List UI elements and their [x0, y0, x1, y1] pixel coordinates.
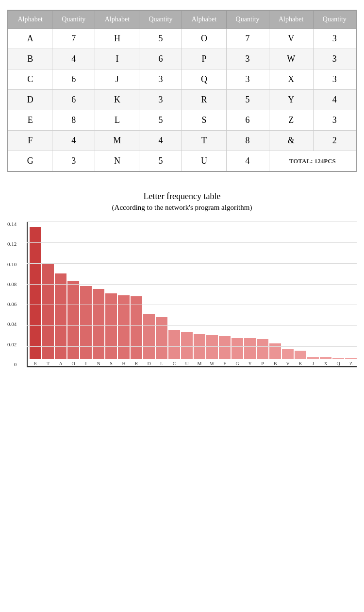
bar-group: L	[156, 317, 167, 366]
table-cell: 3	[313, 49, 356, 69]
table-header-cell: Alphabet	[182, 10, 226, 29]
bar-group: Y	[244, 338, 256, 366]
bar-group: A	[55, 273, 66, 366]
bar	[282, 349, 294, 359]
bar	[194, 334, 205, 359]
y-axis-label: 0.04	[7, 322, 17, 327]
bar-x-label: M	[198, 361, 202, 366]
table-cell: 3	[313, 29, 356, 49]
y-axis-label: 0.08	[7, 282, 17, 287]
bar-group: O	[67, 281, 79, 366]
bar-x-label: W	[210, 361, 214, 366]
bar-group: Z	[345, 358, 357, 366]
table-cell: 6	[139, 49, 182, 69]
table-cell: 5	[139, 29, 182, 49]
bar-x-label: Q	[336, 361, 340, 366]
chart-section: Letter frequency table (According to the…	[7, 191, 357, 367]
table-cell: 4	[52, 131, 95, 151]
table-cell: &	[269, 131, 313, 151]
table-cell: 8	[52, 110, 95, 131]
bar-x-label: P	[261, 361, 264, 366]
data-table: AlphabetQuantityAlphabetQuantityAlphabet…	[7, 10, 357, 172]
bar	[42, 264, 54, 359]
bar	[295, 351, 306, 359]
y-axis-label: 0.02	[7, 342, 17, 347]
table-row: D6K3R5Y4	[8, 90, 356, 110]
bar-group: W	[206, 335, 218, 366]
table-header-cell: Quantity	[313, 10, 356, 29]
bar-group: C	[168, 330, 180, 366]
bar-group: H	[118, 295, 130, 366]
bar-x-label: N	[97, 361, 100, 366]
bar-group: K	[295, 351, 306, 366]
table-cell: N	[95, 151, 139, 172]
table-cell: 4	[139, 131, 182, 151]
y-axis-label: 0.14	[7, 221, 17, 227]
bar-x-label: Y	[248, 361, 251, 366]
table-cell: 7	[52, 29, 95, 49]
table-cell: A	[8, 29, 52, 49]
grid-line	[27, 367, 357, 368]
table-cell: Q	[182, 69, 226, 90]
bar	[131, 296, 142, 359]
table-cell: G	[8, 151, 52, 172]
bar-x-label: V	[286, 361, 289, 366]
bar-x-label: J	[312, 361, 314, 366]
table-cell: 4	[313, 90, 356, 110]
bar-group: G	[232, 338, 243, 366]
table-row: B4I6P3W3	[8, 49, 356, 69]
bar-x-label: A	[59, 361, 62, 366]
bar-group: U	[181, 332, 193, 366]
table-cell: J	[95, 69, 139, 90]
chart-title: Letter frequency table	[7, 191, 357, 202]
bar	[257, 339, 268, 359]
bar	[307, 357, 319, 359]
y-axis-label: 0.06	[7, 302, 17, 307]
bar-x-label: B	[274, 361, 277, 366]
chart-subtitle: (According to the network's program algo…	[7, 204, 357, 212]
table-cell: T	[182, 131, 226, 151]
table-cell: I	[95, 49, 139, 69]
bars-wrapper: ETAOINSHRDLCUMWFGYPBVKJXQZ	[27, 221, 357, 367]
table-header-cell: Quantity	[52, 10, 95, 29]
table-cell: 3	[313, 69, 356, 90]
bar-x-label: E	[34, 361, 37, 366]
table-cell: 3	[226, 49, 269, 69]
table-cell: L	[95, 110, 139, 131]
table-cell: 4	[52, 49, 95, 69]
bar	[168, 330, 180, 359]
bar-group: J	[307, 357, 319, 366]
bar	[143, 314, 155, 359]
table-header-cell: Alphabet	[8, 10, 52, 29]
table-cell: 5	[139, 151, 182, 172]
bar	[345, 358, 357, 359]
bar-group: I	[80, 286, 92, 366]
y-axis-label: 0.12	[7, 241, 17, 247]
bar	[105, 293, 117, 359]
table-cell: V	[269, 29, 313, 49]
bar-x-label: R	[135, 361, 138, 366]
table-cell: X	[269, 69, 313, 90]
bar-x-label: U	[185, 361, 188, 366]
table-cell: 3	[226, 69, 269, 90]
bar	[67, 281, 79, 359]
table-cell: D	[8, 90, 52, 110]
table-row: A7H5O7V3	[8, 29, 356, 49]
table-cell: F	[8, 131, 52, 151]
bar-x-label: T	[47, 361, 50, 366]
bar	[181, 332, 193, 359]
bar	[30, 227, 41, 359]
table-row: G3N5U4TOTAL: 124PCS	[8, 151, 356, 172]
table-cell: 6	[52, 69, 95, 90]
table-cell: 3	[313, 110, 356, 131]
bar-group: Q	[332, 358, 344, 366]
bar-group: D	[143, 314, 155, 366]
table-cell: P	[182, 49, 226, 69]
table-cell: TOTAL: 124PCS	[269, 151, 356, 172]
bar-x-label: I	[85, 361, 86, 366]
grid-line	[27, 263, 357, 264]
table-cell: 5	[139, 110, 182, 131]
bar	[80, 286, 92, 359]
bar-group: F	[219, 336, 231, 366]
table-cell: 8	[226, 131, 269, 151]
